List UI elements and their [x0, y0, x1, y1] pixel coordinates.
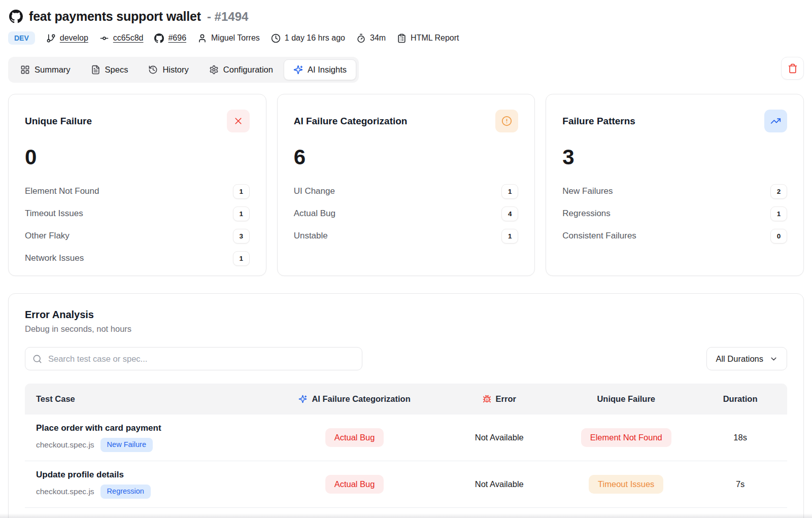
- count-badge: 1: [233, 251, 250, 266]
- card-title: Unique Failure: [25, 116, 92, 127]
- author: Miguel Torres: [197, 33, 260, 43]
- card-ai-failure-categorization: AI Failure Categorization 6 UI Change 1 …: [277, 94, 535, 276]
- page: feat payments support wallet - #1494 DEV…: [0, 0, 812, 518]
- trending-up-icon: [770, 116, 781, 126]
- spec-file: checkout.spec.js: [36, 440, 94, 450]
- column-duration: Duration: [693, 394, 787, 404]
- github-icon: [9, 10, 23, 23]
- card-title: AI Failure Categorization: [294, 116, 408, 127]
- unique-failure-icon-button[interactable]: [227, 110, 250, 132]
- count-badge: 4: [501, 206, 518, 221]
- build-number: #696: [168, 33, 186, 43]
- failure-patterns-icon-button[interactable]: [764, 110, 787, 132]
- run-header: feat payments support wallet - #1494: [8, 9, 804, 24]
- gear-icon: [209, 65, 219, 75]
- tab-ai-insights[interactable]: AI Insights: [284, 59, 356, 80]
- trash-icon: [788, 63, 798, 74]
- card-count: 3: [562, 147, 787, 168]
- card-failure-patterns: Failure Patterns 3 New Failures 2 Regres…: [546, 94, 804, 276]
- file-icon: [91, 65, 100, 75]
- list-item: Other Flaky 3: [25, 225, 250, 247]
- error-value: Not Available: [475, 433, 524, 442]
- build-link[interactable]: #696: [154, 33, 186, 43]
- delete-run-button[interactable]: [781, 57, 804, 80]
- duration-value: 18s: [733, 433, 747, 442]
- count-badge: 2: [770, 184, 787, 199]
- bottom-scroll-fade: [0, 513, 812, 518]
- table-controls: All Durations: [25, 347, 787, 370]
- column-error: Error: [439, 394, 559, 404]
- failure-pattern-badge: Regression: [100, 485, 151, 498]
- panel-subtitle: Debug in seconds, not hours: [25, 324, 787, 334]
- branch-link[interactable]: develop: [46, 33, 88, 43]
- tab-specs[interactable]: Specs: [81, 59, 138, 80]
- list-item: New Failures 2: [562, 180, 787, 202]
- git-branch-icon: [46, 33, 56, 43]
- report-icon: [397, 33, 407, 43]
- count-badge: 1: [501, 229, 518, 244]
- page-title: feat payments support wallet: [29, 9, 201, 24]
- bug-icon: [483, 395, 491, 403]
- tab-summary[interactable]: Summary: [11, 59, 80, 80]
- card-count: 6: [294, 147, 519, 168]
- card-count: 0: [25, 147, 250, 168]
- test-case-name: Update profile details: [36, 470, 269, 480]
- duration-value: 7s: [736, 479, 745, 489]
- tabbar: Summary Specs History Configuration AI I…: [8, 57, 359, 83]
- list-item: UI Change 1: [294, 180, 519, 202]
- search-box[interactable]: [25, 347, 362, 370]
- panel-title: Error Analysis: [25, 309, 787, 321]
- table-row[interactable]: Place order with card payment checkout.s…: [25, 415, 787, 461]
- search-input[interactable]: [47, 354, 355, 364]
- commit-link[interactable]: cc65c8d: [99, 33, 144, 43]
- list-item: Element Not Found 1: [25, 180, 250, 202]
- table-row[interactable]: Update profile details checkout.spec.js …: [25, 461, 787, 508]
- tab-configuration[interactable]: Configuration: [199, 59, 283, 80]
- user-icon: [197, 33, 207, 43]
- tabbar-row: Summary Specs History Configuration AI I…: [8, 57, 804, 83]
- html-report-link[interactable]: HTML Report: [397, 33, 459, 43]
- html-report-label: HTML Report: [411, 33, 459, 43]
- run-meta-row: DEV develop cc65c8d #696 Miguel Torres 1…: [8, 31, 804, 45]
- search-icon: [32, 354, 42, 364]
- column-unique-failure: Unique Failure: [559, 394, 693, 404]
- list-item: Actual Bug 4: [294, 202, 519, 225]
- chevron-down-icon: [769, 355, 778, 363]
- count-badge: 1: [233, 184, 250, 199]
- duration-filter-label: All Durations: [716, 354, 763, 364]
- categorization-icon-button[interactable]: [495, 110, 518, 132]
- tab-configuration-label: Configuration: [223, 65, 273, 75]
- list-item: Consistent Failures 0: [562, 225, 787, 247]
- error-table: Test Case AI Failure Categorization Erro…: [25, 384, 787, 508]
- time-ago: 1 day 16 hrs ago: [271, 33, 345, 43]
- timer-icon: [356, 33, 366, 43]
- list-item: Timeout Issues 1: [25, 202, 250, 225]
- tab-ai-insights-label: AI Insights: [308, 65, 347, 75]
- tab-specs-label: Specs: [105, 65, 128, 75]
- count-badge: 3: [233, 229, 250, 244]
- error-analysis-panel: Error Analysis Debug in seconds, not hou…: [8, 293, 804, 518]
- categorization-badge: Actual Bug: [325, 428, 384, 447]
- branch-name: develop: [60, 33, 88, 43]
- duration-filter-dropdown[interactable]: All Durations: [706, 347, 787, 370]
- list-item: Network Issues 1: [25, 247, 250, 269]
- card-title: Failure Patterns: [562, 116, 635, 127]
- test-case-name: Place order with card payment: [36, 423, 269, 433]
- count-badge: 1: [501, 184, 518, 199]
- unique-failure-badge: Timeout Issues: [589, 475, 663, 494]
- tab-history-label: History: [162, 65, 188, 75]
- failure-pattern-badge: New Failure: [100, 438, 153, 452]
- env-badge: DEV: [8, 31, 35, 45]
- error-value: Not Available: [475, 479, 524, 489]
- run-duration: 34m: [356, 33, 386, 43]
- tab-summary-label: Summary: [35, 65, 71, 75]
- categorization-badge: Actual Bug: [325, 475, 384, 494]
- circle-alert-icon: [501, 116, 512, 126]
- table-header: Test Case AI Failure Categorization Erro…: [25, 384, 787, 415]
- x-icon: [233, 116, 244, 126]
- tab-history[interactable]: History: [139, 59, 198, 80]
- list-item: Regressions 1: [562, 202, 787, 225]
- stat-cards: Unique Failure 0 Element Not Found 1 Tim…: [8, 94, 804, 276]
- unique-failure-badge: Element Not Found: [581, 428, 671, 447]
- clock-icon: [271, 33, 281, 43]
